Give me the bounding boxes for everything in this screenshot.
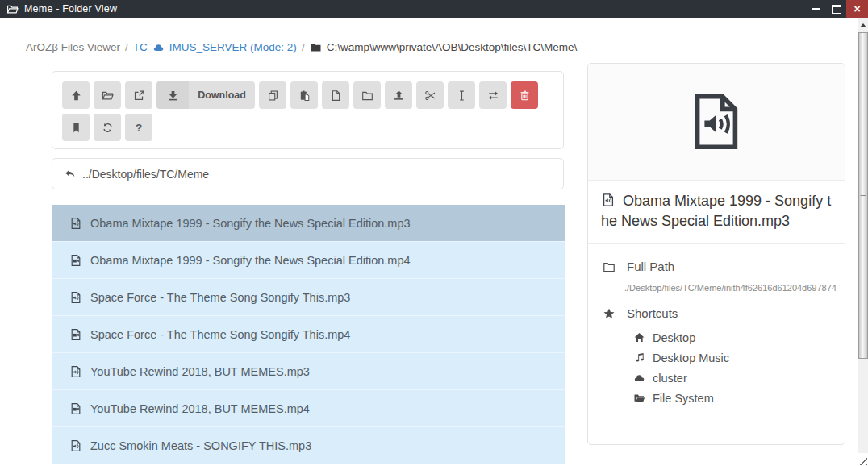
file-video-icon (69, 254, 82, 267)
shortcut-item[interactable]: File System (633, 388, 845, 408)
shortcuts-list: Desktop Desktop Music cluster File Syste… (588, 327, 845, 408)
open-in-new-window-button[interactable] (125, 81, 152, 109)
toolbar-row-2: ? (62, 114, 553, 141)
file-name: YouTube Rewind 2018, BUT MEMES.mp4 (90, 402, 310, 415)
download-button-label: Download (189, 89, 255, 101)
refresh-button[interactable] (94, 114, 121, 141)
file-preview (588, 64, 845, 181)
file-details: Full Path ./Desktop/files/TC/Meme/inith4… (588, 244, 845, 408)
file-audio-icon (685, 90, 748, 153)
file-video-icon (69, 328, 82, 341)
app-window: Meme - Folder View × ArOZβ Files Viewer … (0, 0, 868, 466)
reply-arrow-icon (64, 168, 76, 180)
file-row[interactable]: Zucc Smokin Meats - SONGIFY THIS.mp3 (52, 427, 565, 464)
file-name: Space Force - The Theme Song Songify Thi… (90, 328, 350, 341)
cloud-icon (152, 41, 165, 53)
shortcut-item[interactable]: cluster (633, 368, 845, 388)
download-icon (167, 89, 179, 102)
delete-button[interactable] (511, 81, 538, 109)
resize-grip[interactable] (855, 453, 867, 465)
close-button[interactable]: × (846, 0, 868, 18)
folder-open-solid-icon (633, 392, 645, 404)
file-details-panel: Obama Mixtape 1999 - Songify the News Sp… (587, 63, 845, 445)
cut-button[interactable] (416, 81, 444, 109)
trash-icon (519, 89, 531, 102)
file-name: Space Force - The Theme Song Songify Thi… (90, 291, 350, 304)
file-audio-icon (69, 365, 82, 378)
breadcrumb-server-link[interactable]: IMUS_SERVER (Mode: 2) (169, 41, 297, 53)
star-icon (603, 307, 616, 320)
open-button[interactable] (94, 81, 121, 109)
bookmark-button[interactable] (62, 114, 90, 141)
folder-icon (310, 41, 322, 53)
file-audio-icon (69, 439, 82, 452)
relative-path: ../Desktop/files/TC/Meme (82, 168, 209, 181)
folder-open-icon (6, 3, 19, 15)
cloud-icon (633, 372, 645, 384)
selected-file-title: Obama Mixtape 1999 - Songify the News Sp… (588, 181, 845, 244)
toolbar: Download ? (52, 71, 564, 149)
up-triangle-icon (860, 23, 866, 27)
file-name: Zucc Smokin Meats - SONGIFY THIS.mp3 (90, 439, 311, 452)
new-file-button[interactable] (322, 81, 349, 109)
shortcut-label: File System (653, 392, 714, 405)
rename-button[interactable] (448, 81, 475, 109)
file-row[interactable]: Space Force - The Theme Song Songify Thi… (52, 316, 565, 353)
ibeam-icon (456, 89, 468, 102)
file-row[interactable]: Obama Mixtape 1999 - Songify the News Sp… (52, 242, 565, 279)
shortcut-item[interactable]: Desktop Music (633, 347, 845, 368)
exchange-icon (487, 89, 499, 102)
file-audio-icon (69, 291, 82, 304)
file-row[interactable]: Obama Mixtape 1999 - Songify the News Sp… (52, 205, 565, 242)
breadcrumb-vroot-link[interactable]: TC (133, 41, 148, 53)
file-row[interactable]: YouTube Rewind 2018, BUT MEMES.mp4 (52, 390, 565, 427)
external-icon (133, 89, 145, 102)
file-audio-icon (601, 193, 616, 207)
file-list: Obama Mixtape 1999 - Songify the News Sp… (52, 205, 565, 464)
maximize-icon (832, 5, 841, 14)
minimize-button[interactable] (806, 0, 826, 18)
copy-icon (267, 89, 279, 102)
file-video-icon (69, 402, 82, 415)
music-icon (633, 352, 645, 364)
scrollbar-thumb[interactable] (858, 32, 868, 359)
current-path: C:\wamp\www\private\AOB\Desktop\files\TC… (327, 41, 578, 53)
shortcut-label: Desktop Music (653, 352, 729, 364)
shortcut-item[interactable]: Desktop (633, 327, 845, 347)
home-icon (633, 331, 645, 343)
shortcuts-label: Shortcuts (627, 306, 678, 320)
arrow-up-icon (70, 89, 82, 102)
paste-icon (298, 89, 311, 102)
full-path-label: Full Path (627, 260, 674, 273)
scrollbar[interactable] (858, 18, 868, 453)
shortcuts-row: Shortcuts (588, 301, 845, 326)
bookmark-icon (70, 122, 82, 134)
copy-button[interactable] (259, 81, 286, 109)
new-folder-button[interactable] (353, 81, 381, 109)
app-title: ArOZβ Files Viewer (26, 41, 120, 53)
breadcrumb-separator: / (302, 41, 305, 53)
file-name: YouTube Rewind 2018, BUT MEMES.mp3 (90, 365, 310, 378)
titlebar: Meme - Folder View × (0, 0, 868, 18)
breadcrumb-separator: / (125, 41, 128, 53)
minimize-icon (812, 8, 820, 10)
maximize-button[interactable] (826, 0, 846, 18)
close-icon: × (853, 3, 860, 15)
scroll-up-arrow[interactable] (858, 19, 868, 31)
upload-button[interactable] (385, 81, 412, 109)
selected-file-name: Obama Mixtape 1999 - Songify the News Sp… (601, 193, 831, 229)
file-row[interactable]: Space Force - The Theme Song Songify Thi… (52, 279, 565, 316)
upload-icon (393, 89, 405, 102)
window-title: Meme - Folder View (24, 3, 117, 15)
paste-button[interactable] (290, 81, 318, 109)
go-up-button[interactable] (62, 81, 90, 109)
breadcrumb: ArOZβ Files Viewer / TC IMUS_SERVER (Mod… (26, 39, 577, 55)
file-row[interactable]: YouTube Rewind 2018, BUT MEMES.mp3 (52, 353, 565, 390)
path-bar[interactable]: ../Desktop/files/TC/Meme (52, 158, 564, 189)
full-path-row: Full Path (588, 254, 845, 279)
move-button[interactable] (479, 81, 507, 109)
download-button[interactable]: Download (156, 81, 255, 109)
help-button[interactable]: ? (125, 114, 152, 141)
full-path-value: ./Desktop/files/TC/Meme/inith4f62616d612… (588, 283, 845, 293)
file-name: Obama Mixtape 1999 - Songify the News Sp… (90, 254, 411, 267)
